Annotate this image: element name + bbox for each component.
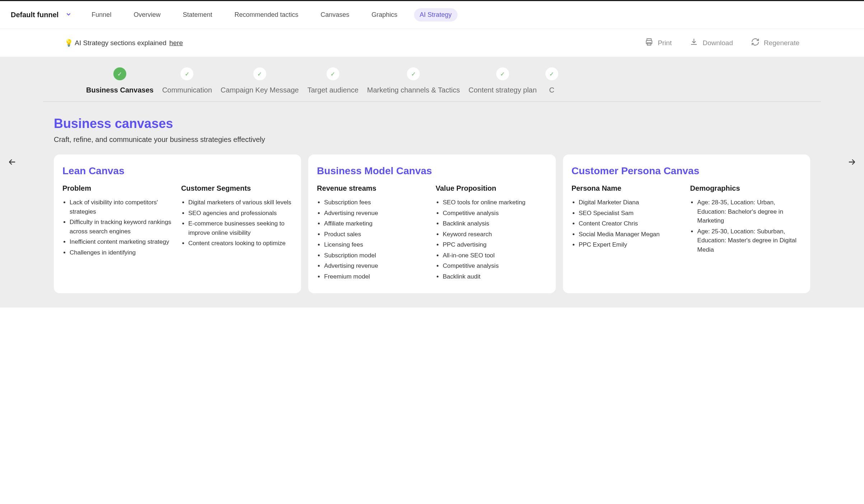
card-columns: ProblemLack of visibility into competito… [62, 184, 292, 258]
progress-tab[interactable]: ✓Business Canvases [86, 67, 154, 94]
canvas-card: Customer Persona CanvasPersona NameDigit… [563, 154, 810, 293]
print-button[interactable]: Print [645, 38, 672, 48]
nav-tab-graphics[interactable]: Graphics [366, 8, 403, 22]
nav-tab-overview[interactable]: Overview [128, 8, 166, 22]
card-title: Lean Canvas [62, 165, 292, 177]
canvas-card: Business Model CanvasRevenue streamsSubs… [308, 154, 555, 293]
progress-label: C [549, 86, 554, 94]
check-icon: ✓ [180, 67, 193, 80]
list-item: Keyword research [443, 230, 547, 239]
column-heading: Customer Segments [181, 184, 293, 193]
progress-tab[interactable]: ✓Content strategy plan [469, 67, 537, 94]
download-button[interactable]: Download [690, 38, 733, 48]
column-heading: Persona Name [572, 184, 683, 193]
nav-tab-funnel[interactable]: Funnel [86, 8, 117, 22]
card-column: Persona NameDigital Marketer DianaSEO Sp… [572, 184, 683, 256]
list-item: Inefficient content marketing strategy [70, 237, 174, 247]
check-icon: ✓ [545, 67, 558, 80]
list-item: Challenges in identifying [70, 248, 174, 257]
column-list: Lack of visibility into competitors' str… [62, 198, 174, 257]
section-subtitle: Craft, refine, and communicate your busi… [54, 135, 810, 144]
card-column: Value PropositionSEO tools for online ma… [436, 184, 547, 282]
list-item: Product sales [324, 230, 428, 239]
list-item: Affiliate marketing [324, 219, 428, 228]
check-icon: ✓ [253, 67, 266, 80]
list-item: Difficulty in tracking keyword rankings … [70, 218, 174, 236]
toolbar-actions: Print Download Regenerate [645, 38, 799, 48]
funnel-name: Default funnel [11, 11, 58, 19]
list-item: Subscription model [324, 251, 428, 260]
check-icon: ✓ [327, 67, 339, 80]
column-list: Subscription feesAdvertising revenueAffi… [317, 198, 428, 281]
list-item: Subscription fees [324, 198, 428, 207]
list-item: Social Media Manager Megan [579, 230, 683, 239]
funnel-selector[interactable]: Default funnel [11, 11, 71, 19]
tip-link[interactable]: here [169, 39, 183, 47]
list-item: Advertising revenue [324, 261, 428, 271]
check-icon: ✓ [113, 67, 126, 80]
card-column: Revenue streamsSubscription feesAdvertis… [317, 184, 428, 282]
card-column: DemographicsAge: 28-35, Location: Urban,… [690, 184, 802, 256]
card-title: Customer Persona Canvas [572, 165, 802, 177]
next-arrow-button[interactable] [847, 157, 857, 168]
column-heading: Revenue streams [317, 184, 428, 193]
progress-label: Campaign Key Message [221, 86, 299, 94]
list-item: SEO Specialist Sam [579, 209, 683, 218]
card-title: Business Model Canvas [317, 165, 547, 177]
canvas-cards: Lean CanvasProblemLack of visibility int… [0, 154, 864, 293]
section-title: Business canvases [54, 116, 810, 131]
list-item: SEO tools for online marketing [443, 198, 547, 207]
card-columns: Persona NameDigital Marketer DianaSEO Sp… [572, 184, 802, 256]
progress-tab[interactable]: ✓Target audience [307, 67, 358, 94]
list-item: E-commerce businesses seeking to improve… [188, 219, 293, 237]
download-icon [690, 38, 698, 48]
card-columns: Revenue streamsSubscription feesAdvertis… [317, 184, 547, 282]
list-item: Competitive analysis [443, 209, 547, 218]
progress-label: Communication [162, 86, 212, 94]
list-item: Advertising revenue [324, 209, 428, 218]
list-item: SEO agencies and professionals [188, 209, 293, 218]
column-list: Digital marketers of various skill level… [181, 198, 293, 248]
nav-tab-ai-strategy[interactable]: AI Strategy [414, 8, 457, 22]
card-column: Customer SegmentsDigital marketers of va… [181, 184, 293, 258]
nav-tab-recommended-tactics[interactable]: Recommended tactics [229, 8, 304, 22]
list-item: Licensing fees [324, 240, 428, 249]
list-item: Content creators looking to optimize [188, 239, 293, 248]
progress-tab[interactable]: ✓Marketing channels & Tactics [367, 67, 460, 94]
list-item: Competitive analysis [443, 261, 547, 271]
column-heading: Value Proposition [436, 184, 547, 193]
progress-tab[interactable]: ✓C [545, 67, 558, 94]
section-header: Business canvases Craft, refine, and com… [0, 102, 864, 154]
progress-tab[interactable]: ✓Campaign Key Message [221, 67, 299, 94]
list-item: Freemium model [324, 272, 428, 281]
column-list: Age: 28-35, Location: Urban, Education: … [690, 198, 802, 254]
progress-label: Marketing channels & Tactics [367, 86, 460, 94]
main-area: ✓Business Canvases✓Communication✓Campaig… [0, 57, 864, 308]
list-item: Content Creator Chris [579, 219, 683, 228]
list-item: Age: 25-30, Location: Suburban, Educatio… [697, 227, 802, 255]
list-item: PPC advertising [443, 240, 547, 249]
progress-tabs: ✓Business Canvases✓Communication✓Campaig… [43, 67, 821, 102]
progress-tab[interactable]: ✓Communication [162, 67, 212, 94]
progress-label: Target audience [307, 86, 358, 94]
list-item: Backlink analysis [443, 219, 547, 228]
canvas-card: Lean CanvasProblemLack of visibility int… [54, 154, 301, 293]
nav-tab-statement[interactable]: Statement [177, 8, 218, 22]
list-item: All-in-one SEO tool [443, 251, 547, 260]
list-item: Age: 28-35, Location: Urban, Education: … [697, 198, 802, 225]
column-list: SEO tools for online marketingCompetitiv… [436, 198, 547, 281]
nav-tab-canvases[interactable]: Canvases [315, 8, 355, 22]
prev-arrow-button[interactable] [7, 157, 17, 168]
regenerate-button[interactable]: Regenerate [751, 38, 799, 48]
list-item: Digital marketers of various skill level… [188, 198, 293, 207]
list-item: PPC Expert Emily [579, 240, 683, 249]
nav-tabs: FunnelOverviewStatementRecommended tacti… [86, 8, 457, 22]
column-heading: Demographics [690, 184, 802, 193]
list-item: Backlink audit [443, 272, 547, 281]
list-item: Digital Marketer Diana [579, 198, 683, 207]
card-column: ProblemLack of visibility into competito… [62, 184, 174, 258]
regenerate-icon [751, 38, 760, 48]
print-icon [645, 38, 653, 48]
toolbar: 💡 AI Strategy sections explained here Pr… [0, 29, 864, 57]
tip-text: 💡 AI Strategy sections explained here [65, 39, 183, 47]
